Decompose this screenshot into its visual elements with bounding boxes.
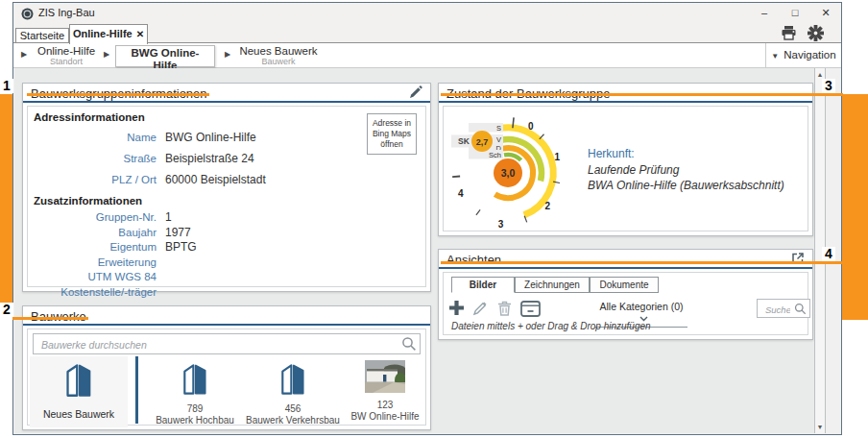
section-zusatzinformationen: Zusatzinformationen xyxy=(34,195,425,207)
breadcrumb-arrow-icon: ▶ xyxy=(104,50,109,59)
scroll-up-icon[interactable]: ▲ xyxy=(815,71,825,78)
navigation-arrow-icon: ▼ xyxy=(771,52,779,61)
building-photo-thumbnail xyxy=(365,360,405,393)
breadcrumb-item-standort[interactable]: Online-Hilfe Standort xyxy=(35,45,98,66)
selected-item-divider xyxy=(135,356,138,424)
field-plz-ort: PLZ / Ort60000 Beispielstadt xyxy=(28,169,425,190)
building-icon xyxy=(64,360,93,399)
svg-text:2,7: 2,7 xyxy=(476,137,489,147)
zustand-gauge: 01234SVDSchSK2,73,0 xyxy=(446,107,580,233)
tab-zeichnungen[interactable]: Zeichnungen xyxy=(515,277,590,293)
panel-zustand: Zustand der Bauwerksgruppe 01234SVDSchSK… xyxy=(438,83,813,236)
add-file-icon[interactable] xyxy=(447,299,466,321)
herkunft-block: Herkunft: Laufende Prüfung BWA Online-Hi… xyxy=(588,147,784,193)
tab-dokumente[interactable]: Dokumente xyxy=(590,277,659,293)
building-icon xyxy=(279,360,306,397)
svg-text:1: 1 xyxy=(555,152,561,162)
print-icon[interactable] xyxy=(781,25,797,44)
bauwerk-tile-neues-bauwerk[interactable]: Neues Bauwerk xyxy=(30,356,128,427)
app-window: ZIS Ing-Bau – □ ✕ Startseite Online-Hilf… xyxy=(12,2,842,435)
panel-title: Ansichten xyxy=(446,253,501,267)
navigation-dropdown[interactable]: ▼Navigation xyxy=(765,43,841,67)
window-title: ZIS Ing-Bau xyxy=(38,7,95,18)
title-bar: ZIS Ing-Bau – □ ✕ xyxy=(13,3,841,22)
field-eigentum: EigentumBPTG xyxy=(28,240,425,256)
herkunft-line: Laufende Prüfung xyxy=(588,162,784,178)
building-icon xyxy=(181,360,208,397)
search-icon xyxy=(794,302,807,319)
annotation-marker-1: 1 xyxy=(0,79,13,93)
field-gruppen-nr: Gruppen-Nr.1 xyxy=(28,210,425,226)
annotation-marker-3: 3 xyxy=(822,79,835,93)
search-icon xyxy=(401,336,417,355)
field-utm-wgs84: UTM WGS 84 xyxy=(28,270,425,285)
field-baujahr: Baujahr1977 xyxy=(28,226,425,241)
bauwerke-search xyxy=(33,333,421,354)
svg-text:S: S xyxy=(496,124,501,133)
panel-separator xyxy=(23,101,430,103)
panel-body: 01234SVDSchSK2,73,0 Herkunft: Laufende P… xyxy=(443,106,808,231)
bauwerk-tile-789[interactable]: 789Bauwerk Hochbau xyxy=(147,356,243,427)
ansichten-search-input[interactable] xyxy=(763,300,792,319)
svg-text:V: V xyxy=(496,135,501,144)
minimize-button[interactable]: – xyxy=(757,5,772,20)
breadcrumb-arrow-icon: ▶ xyxy=(225,50,230,59)
annotation-marker-4: 4 xyxy=(822,247,835,261)
annotation-line-2 xyxy=(12,317,88,320)
field-kostenstelle: Kostenstelle/-träger xyxy=(28,285,425,301)
annotation-line-1 xyxy=(27,93,209,96)
annotation-line-3 xyxy=(441,93,843,96)
svg-text:4: 4 xyxy=(458,188,464,199)
gear-icon[interactable] xyxy=(808,25,824,45)
scroll-down-icon[interactable]: ▼ xyxy=(815,424,825,430)
panel-separator xyxy=(439,267,812,269)
bauwerk-tile-123[interactable]: 123BW Online-Hilfe xyxy=(343,356,427,427)
remove-category-box-icon[interactable] xyxy=(520,301,541,321)
panel-body: Neues Bauwerk 789Bauwerk Hochbau 456Bauw… xyxy=(27,328,426,426)
maximize-button[interactable]: □ xyxy=(787,5,803,20)
annotated-screenshot: ZIS Ing-Bau – □ ✕ Startseite Online-Hilf… xyxy=(0,0,868,438)
bing-maps-button[interactable]: Adresse in Bing Maps öffnen xyxy=(367,113,417,155)
close-button[interactable]: ✕ xyxy=(818,5,833,20)
annotation-marker-2: 2 xyxy=(0,303,13,317)
breadcrumb-item-bauwerksgruppe[interactable]: BWG Online-Hilfe Bauwerksgruppe xyxy=(115,45,215,67)
svg-text:3: 3 xyxy=(498,219,504,230)
svg-text:2: 2 xyxy=(545,201,551,211)
annotation-bar-right xyxy=(842,94,868,320)
panel-separator xyxy=(439,101,812,103)
tab-bilder[interactable]: Bilder xyxy=(451,277,515,293)
breadcrumb-arrow-icon: ▶ xyxy=(21,50,27,59)
svg-text:3,0: 3,0 xyxy=(501,167,516,179)
panel-body: Adressinformationen NameBWG Online-Hilfe… xyxy=(27,106,426,287)
panel-bauwerksgruppeninformationen: Bauwerksgruppeninformationen Adressinfor… xyxy=(22,83,431,292)
svg-text:0: 0 xyxy=(528,121,534,132)
breadcrumb: ▶ Online-Hilfe Standort ▶ BWG Online-Hil… xyxy=(13,43,841,68)
annotation-line-4 xyxy=(441,261,843,264)
tab-online-hilfe[interactable]: Online-Hilfe✕ xyxy=(69,24,148,44)
field-name: NameBWG Online-Hilfe xyxy=(28,127,425,148)
panel-bauwerke: Bauwerke Neues Bauwerk 789Bauwerk Hochba… xyxy=(22,305,431,430)
field-strasse: StraßeBeispielstraße 24 xyxy=(28,148,425,169)
bauwerke-search-input[interactable] xyxy=(39,334,402,355)
herkunft-label: Herkunft: xyxy=(588,147,784,160)
svg-text:Sch: Sch xyxy=(489,151,501,159)
ansichten-search xyxy=(757,299,810,318)
annotation-bar-left xyxy=(0,94,12,304)
tab-startseite[interactable]: Startseite xyxy=(15,28,69,43)
svg-text:SK: SK xyxy=(458,136,470,146)
herkunft-line: BWA Online-Hilfe (Bauwerksabschnitt) xyxy=(588,178,784,193)
document-tab-bar: Startseite Online-Hilfe✕ xyxy=(13,22,841,43)
delete-trash-icon[interactable] xyxy=(497,301,512,320)
tab-close-icon[interactable]: ✕ xyxy=(136,29,144,39)
field-erweiterung: Erweiterung xyxy=(28,256,425,271)
bauwerk-tile-456[interactable]: 456Bauwerk Verkehrsbau xyxy=(243,356,343,427)
panel-separator xyxy=(23,324,430,326)
edit-pencil-icon[interactable] xyxy=(472,301,488,320)
breadcrumb-item-bauwerk[interactable]: Neues Bauwerk Bauwerk xyxy=(238,45,319,66)
panel-body: Bilder Zeichnungen Dokumente Alle Katego… xyxy=(443,272,808,335)
dragdrop-hint: Dateien mittels + oder Drag & Drop hinzu… xyxy=(451,321,651,331)
